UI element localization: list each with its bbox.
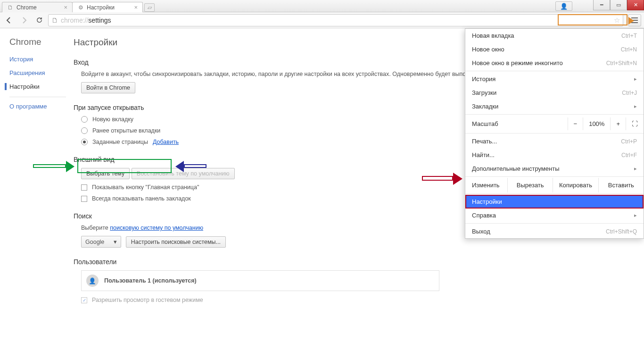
close-button[interactable]: ✕ [627, 0, 644, 10]
radio-icon [81, 139, 88, 145]
menu-downloads[interactable]: Загрузки Ctrl+J [465, 86, 644, 100]
menu-help[interactable]: Справка [465, 209, 644, 222]
menu-print[interactable]: Печать... Ctrl+P [465, 134, 644, 148]
search-desc-prefix: Выберите [81, 225, 110, 231]
section-heading: Пользователи [74, 258, 631, 266]
brand-title: Chrome [9, 37, 66, 47]
avatar-icon: 👤 [86, 275, 99, 287]
checkbox-icon [81, 196, 87, 202]
forward-button[interactable] [18, 14, 30, 26]
checkbox-label: Разрешить просмотр в гостевом режиме [92, 297, 203, 303]
minimize-button[interactable]: ━ [593, 0, 610, 10]
radio-label: Новую вкладку [92, 116, 133, 123]
menu-settings[interactable]: Настройки [465, 195, 644, 209]
chrome-menu: Новая вкладка Ctrl+T Новое окно Ctrl+N Н… [465, 28, 644, 239]
menu-cut[interactable]: Вырезать [508, 178, 553, 192]
section-users: Пользователи 👤 Пользователь 1 (используе… [74, 258, 631, 303]
manage-search-button[interactable]: Настроить поисковые системы... [126, 236, 226, 248]
menu-shortcut: Ctrl+Shift+Q [606, 228, 637, 235]
maximize-button[interactable]: ▭ [610, 0, 627, 10]
fullscreen-button[interactable]: ⛶ [626, 117, 644, 130]
tab-chrome[interactable]: 🗋 Chrome × [2, 2, 73, 12]
menu-find[interactable]: Найти... Ctrl+F [465, 148, 644, 162]
menu-exit[interactable]: Выход Ctrl+Shift+Q [465, 225, 644, 238]
tab-close-icon[interactable]: × [64, 4, 67, 11]
menu-zoom: Масштаб − 100% + ⛶ [465, 116, 644, 132]
menu-label: Справка [472, 212, 496, 219]
menu-shortcut: Ctrl+Shift+N [606, 60, 637, 67]
menu-label: Новое окно [472, 46, 504, 53]
tab-settings[interactable]: ⚙ Настройки × [72, 2, 143, 12]
default-search-link[interactable]: поисковую систему по умолчанию [110, 225, 203, 231]
menu-separator [465, 71, 644, 71]
user-row[interactable]: 👤 Пользователь 1 (используется) [81, 270, 439, 291]
select-value: Google [85, 239, 104, 245]
url-path: settings [88, 17, 111, 24]
menu-bookmarks[interactable]: Закладки [465, 100, 644, 113]
menu-new-tab[interactable]: Новая вкладка Ctrl+T [465, 29, 644, 42]
menu-shortcut: Ctrl+N [621, 46, 637, 53]
sidebar-item-settings[interactable]: Настройки [5, 83, 66, 90]
reload-button[interactable] [33, 14, 45, 26]
new-tab-button[interactable]: ▱ [144, 3, 155, 12]
address-bar[interactable]: 🗋 chrome://settings ☆ [48, 14, 623, 26]
menu-separator [465, 176, 644, 177]
sign-in-button[interactable]: Войти в Chrome [81, 82, 135, 93]
menu-label: Новая вкладка [472, 32, 514, 39]
edit-label: Изменить [465, 178, 508, 192]
menu-button[interactable] [628, 14, 641, 26]
tab-close-icon[interactable]: × [134, 4, 138, 11]
menu-label: Загрузки [472, 89, 496, 96]
sidebar-item-about[interactable]: О программе [9, 103, 66, 110]
search-engine-select[interactable]: Google ▾ [81, 236, 121, 248]
set-pages-link[interactable]: Добавить [153, 139, 179, 145]
radio-icon [81, 127, 88, 134]
menu-label: История [472, 75, 495, 83]
menu-label: Печать... [472, 138, 497, 145]
menu-separator [465, 114, 644, 115]
sidebar-item-history[interactable]: История [9, 56, 66, 63]
zoom-label: Масштаб [472, 120, 498, 127]
back-button[interactable] [3, 14, 15, 26]
menu-paste[interactable]: Вставить [599, 178, 644, 192]
checkbox-icon: ✓ [81, 297, 87, 303]
menu-copy[interactable]: Копировать [553, 178, 598, 192]
sidebar-item-extensions[interactable]: Расширения [9, 69, 66, 76]
menu-label: Закладки [472, 103, 498, 110]
url-protocol: chrome:// [61, 17, 88, 24]
checkbox-icon [81, 184, 87, 191]
window-titlebar: 🗋 Chrome × ⚙ Настройки × ▱ 👤 ━ ▭ ✕ [0, 0, 644, 12]
menu-label: Настройки [472, 198, 502, 205]
menu-separator [465, 133, 644, 133]
guest-browsing-checkbox[interactable]: ✓ Разрешить просмотр в гостевом режиме [81, 297, 631, 303]
menu-edit-row: Изменить Вырезать Копировать Вставить [465, 178, 644, 192]
sidebar-separator [9, 97, 66, 97]
menu-more-tools[interactable]: Дополнительные инструменты [465, 162, 644, 175]
menu-new-window[interactable]: Новое окно Ctrl+N [465, 42, 644, 56]
tab-strip: 🗋 Chrome × ⚙ Настройки × ▱ [2, 2, 155, 12]
page-title: Настройки [74, 37, 117, 48]
radio-label: Ранее открытые вкладки [92, 127, 160, 134]
radio-label: Заданные страницы [92, 139, 148, 145]
gear-icon: ⚙ [77, 4, 84, 11]
page-icon: 🗋 [51, 17, 58, 24]
zoom-in-button[interactable]: + [610, 117, 626, 130]
menu-label: Выход [472, 228, 490, 235]
checkbox-label: Всегда показывать панель закладок [92, 195, 191, 202]
menu-history[interactable]: История [465, 72, 644, 86]
user-name: Пользователь 1 (используется) [104, 277, 197, 284]
page-icon: 🗋 [7, 4, 14, 11]
zoom-value: 100% [583, 117, 610, 130]
menu-incognito[interactable]: Новое окно в режиме инкогнито Ctrl+Shift… [465, 56, 644, 70]
tab-title: Chrome [17, 4, 37, 11]
tab-title: Настройки [87, 4, 115, 11]
settings-sidebar: Chrome История Расширения Настройки О пр… [9, 37, 66, 117]
menu-label: Дополнительные инструменты [472, 165, 560, 172]
choose-theme-button[interactable]: Выбрать тему [81, 168, 130, 179]
bookmark-star-icon[interactable]: ☆ [614, 16, 620, 25]
reset-theme-button[interactable]: Восстановить тему по умолчанию [132, 168, 235, 179]
browser-toolbar: 🗋 chrome://settings ☆ [0, 12, 644, 28]
menu-separator [465, 193, 644, 194]
zoom-out-button[interactable]: − [568, 117, 583, 130]
profile-button[interactable]: 👤 [555, 1, 572, 11]
